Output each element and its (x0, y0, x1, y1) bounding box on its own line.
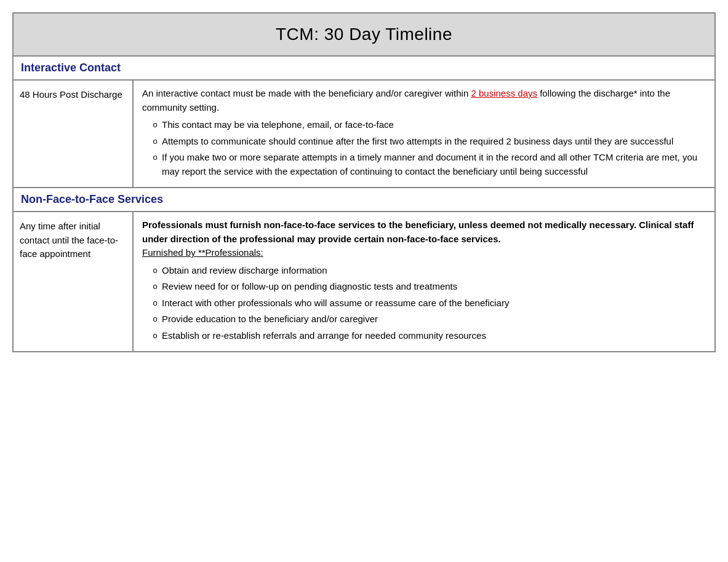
bullet-icon: o (148, 296, 162, 309)
bullet-text: Review need for or follow-up on pending … (162, 280, 706, 294)
highlight-2-business-days: 2 business days (471, 88, 537, 98)
page-title: TCM: 30 Day Timeline (14, 14, 714, 57)
bullet-icon: o (148, 135, 162, 148)
list-item: o Obtain and review discharge informatio… (142, 264, 706, 278)
list-item: o Attempts to communicate should continu… (142, 135, 706, 149)
section-header-interactive-contact: Interactive Contact (14, 57, 714, 81)
interactive-contact-row: 48 Hours Post Discharge An interactive c… (14, 81, 714, 188)
bullet-text: This contact may be via telephone, email… (162, 118, 706, 132)
bullet-icon: o (148, 151, 162, 164)
bullet-text: Attempts to communicate should continue … (162, 135, 706, 149)
bullet-icon: o (148, 329, 162, 342)
bullet-icon: o (148, 280, 162, 293)
non-face-bullets: o Obtain and review discharge informatio… (142, 264, 706, 343)
left-label-anytime: Any time after initial contact until the… (14, 212, 134, 351)
main-container: TCM: 30 Day Timeline Interactive Contact… (12, 12, 716, 352)
left-label-48hours: 48 Hours Post Discharge (14, 81, 134, 187)
bullet-icon: o (148, 118, 162, 131)
non-face-intro: Professionals must furnish non-face-to-f… (142, 220, 694, 244)
bullet-text: Interact with other professionals who wi… (162, 296, 706, 311)
bullet-text: Establish or re-establish referrals and … (162, 329, 706, 343)
bullet-text: If you make two or more separate attempt… (162, 151, 706, 178)
right-content-non-face: Professionals must furnish non-face-to-f… (134, 212, 714, 351)
list-item: o Review need for or follow-up on pendin… (142, 280, 706, 294)
interactive-contact-bullets: o This contact may be via telephone, ema… (142, 118, 706, 178)
list-item: o Interact with other professionals who … (142, 296, 706, 311)
list-item: o This contact may be via telephone, ema… (142, 118, 706, 132)
bullet-text: Obtain and review discharge information (162, 264, 706, 278)
list-item: o Provide education to the beneficiary a… (142, 312, 706, 327)
non-face-row: Any time after initial contact until the… (14, 212, 714, 351)
bullet-icon: o (148, 312, 162, 325)
bullet-text: Provide education to the beneficiary and… (162, 312, 706, 327)
intro-text-before: An interactive contact must be made with… (142, 88, 471, 98)
right-content-interactive: An interactive contact must be made with… (134, 81, 714, 187)
bullet-icon: o (148, 264, 162, 277)
section-header-non-face: Non-Face-to-Face Services (14, 188, 714, 212)
list-item: o Establish or re-establish referrals an… (142, 329, 706, 343)
furnished-label: Furnished by **Professionals: (142, 247, 263, 258)
list-item: o If you make two or more separate attem… (142, 151, 706, 178)
